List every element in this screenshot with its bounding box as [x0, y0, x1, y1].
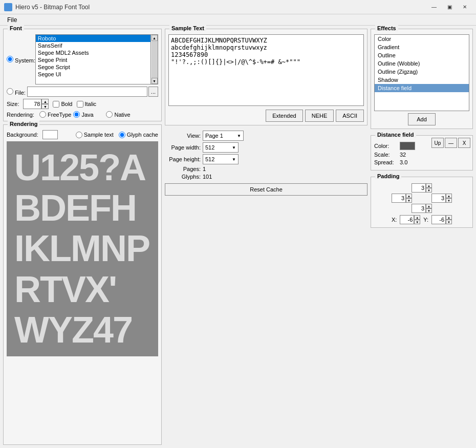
browse-button[interactable]: ... — [148, 87, 158, 97]
page-width-dropdown[interactable]: 512 ▼ — [203, 142, 239, 153]
ascii-button[interactable]: ASCII — [336, 110, 364, 122]
padding-bottom-up[interactable]: ▲ — [426, 204, 432, 208]
nehe-button[interactable]: NEHE — [305, 110, 334, 122]
freetype-radio-label[interactable]: FreeType — [39, 111, 71, 118]
effect-outline-wobble[interactable]: Outline (Wobble) — [375, 59, 469, 68]
font-group: Font System: Roboto SansSerif Segoe MDL2… — [3, 29, 162, 121]
padding-left-up[interactable]: ▲ — [406, 194, 412, 198]
glyph-canvas: ()[]{$@Q|bd/ \fhklgipqyCG; OS36890%&J! U… — [7, 141, 158, 356]
padding-bottom-down[interactable]: ▼ — [426, 208, 432, 213]
padding-top-buttons: ▲ ▼ — [426, 183, 432, 193]
df-close-button[interactable]: X — [458, 138, 470, 148]
y-buttons: ▲ ▼ — [446, 215, 452, 224]
maximize-button[interactable]: ▣ — [442, 2, 457, 12]
font-list[interactable]: Roboto SansSerif Segoe MDL2 Assets Segoe… — [35, 34, 151, 84]
effect-outline[interactable]: Outline — [375, 51, 469, 59]
y-label: Y: — [423, 217, 428, 223]
minimize-button[interactable]: — — [427, 2, 441, 12]
java-radio-label[interactable]: Java — [73, 111, 104, 118]
scroll-down-btn[interactable]: ▼ — [152, 78, 158, 84]
sample-buttons: Extended NEHE ASCII — [168, 110, 364, 122]
font-list-item-segoe-script[interactable]: Segoe Script — [36, 63, 150, 71]
bold-checkbox-label[interactable]: Bold — [53, 101, 72, 108]
font-list-item-segoe-print[interactable]: Segoe Print — [36, 56, 150, 63]
sample-text-title: Sample Text — [169, 25, 206, 31]
page-height-dropdown[interactable]: 512 ▼ — [203, 154, 239, 164]
system-radio[interactable] — [7, 56, 13, 62]
file-radio-label: File: — [7, 88, 27, 96]
df-up-button[interactable]: Up — [431, 138, 444, 148]
italic-checkbox[interactable] — [77, 101, 83, 108]
df-color-swatch[interactable] — [400, 142, 415, 150]
sample-text-radio[interactable] — [76, 132, 82, 138]
font-list-item-segoe-mdl2[interactable]: Segoe MDL2 Assets — [36, 49, 150, 56]
pages-label: Pages: — [165, 166, 201, 172]
view-dropdown[interactable]: Page 1 ▼ — [203, 131, 244, 141]
font-list-item-segoe-ui[interactable]: Segoe UI — [36, 71, 150, 78]
effects-list[interactable]: Color Gradient Outline Outline (Wobble) … — [374, 34, 469, 111]
rendering-label: Rendering: — [7, 112, 37, 118]
padding-title: Padding — [375, 173, 401, 179]
effect-color[interactable]: Color — [375, 35, 469, 43]
padding-top-row: ▲ ▼ — [412, 183, 432, 193]
extended-button[interactable]: Extended — [266, 110, 302, 122]
padding-box: Padding ▲ ▼ — [371, 177, 473, 228]
padding-left-input[interactable] — [392, 194, 406, 203]
padding-left-down[interactable]: ▼ — [406, 198, 412, 203]
df-buttons: Up — X — [431, 138, 470, 148]
df-minimize-button[interactable]: — — [445, 138, 457, 148]
font-list-item-sansserif[interactable]: SansSerif — [36, 42, 150, 49]
rendering-group: Rendering Background: Sample text Glyph … — [3, 124, 162, 445]
page-width-row: Page width: 512 ▼ — [165, 142, 367, 153]
padding-top-input[interactable] — [412, 183, 426, 193]
y-down[interactable]: ▼ — [446, 220, 452, 224]
file-path-input[interactable] — [27, 87, 147, 97]
glyph-cache-radio-label[interactable]: Glyph cache — [119, 132, 158, 138]
freetype-radio[interactable] — [39, 111, 46, 118]
padding-right-input[interactable] — [431, 194, 446, 203]
native-radio-label[interactable]: Native — [106, 111, 137, 118]
add-effect-button[interactable]: Add — [408, 113, 436, 125]
x-down[interactable]: ▼ — [414, 220, 420, 224]
page-height-row: Page height: 512 ▼ — [165, 154, 367, 164]
padding-bottom-input[interactable] — [412, 204, 426, 213]
padding-top-down[interactable]: ▼ — [426, 188, 432, 193]
size-down-btn[interactable]: ▼ — [41, 104, 49, 109]
close-button[interactable]: ✕ — [458, 2, 472, 12]
effect-shadow[interactable]: Shadow — [375, 76, 469, 84]
scroll-up-btn[interactable]: ▲ — [152, 35, 158, 41]
y-up[interactable]: ▲ — [446, 215, 452, 220]
file-menu[interactable]: File — [3, 15, 21, 25]
window-title: Hiero v5 - Bitmap Font Tool — [15, 4, 90, 11]
padding-top-up[interactable]: ▲ — [426, 183, 432, 188]
glyph-cache-radio[interactable] — [119, 132, 125, 138]
titlebar-left: Hiero v5 - Bitmap Font Tool — [4, 3, 90, 11]
x-input[interactable] — [400, 215, 414, 224]
native-radio[interactable] — [106, 111, 113, 118]
java-radio[interactable] — [73, 111, 80, 118]
font-group-title: Font — [8, 25, 24, 31]
background-color-swatch[interactable] — [42, 130, 58, 139]
effect-outline-zigzag[interactable]: Outline (Zigzag) — [375, 68, 469, 76]
y-input[interactable] — [431, 215, 446, 224]
scroll-track[interactable] — [152, 41, 158, 78]
reset-cache-button[interactable]: Reset Cache — [165, 183, 367, 196]
italic-checkbox-label[interactable]: Italic — [77, 101, 97, 108]
x-up[interactable]: ▲ — [414, 215, 420, 220]
size-input[interactable]: 78 — [23, 99, 41, 109]
file-radio[interactable] — [7, 88, 13, 95]
rendering-top-controls: Background: Sample text Glyph cache — [7, 130, 158, 139]
padding-right-down[interactable]: ▼ — [446, 198, 452, 203]
sample-textarea[interactable]: ABCDEFGHIJKLMNOPQRSTUVWXYZ abcdefghijklm… — [168, 34, 364, 106]
font-list-scrollbar[interactable]: ▲ ▼ — [151, 34, 158, 84]
df-scale-label: Scale: — [374, 152, 400, 158]
system-radio-label: System: — [7, 56, 35, 63]
effect-distance-field[interactable]: Distance field — [375, 84, 469, 92]
font-list-item-roboto[interactable]: Roboto — [36, 35, 150, 42]
bold-checkbox[interactable] — [53, 101, 59, 108]
size-up-btn[interactable]: ▲ — [41, 99, 49, 104]
glyphs-label: Glyphs: — [165, 174, 201, 180]
effect-gradient[interactable]: Gradient — [375, 43, 469, 51]
padding-right-up[interactable]: ▲ — [446, 194, 452, 198]
sample-text-radio-label[interactable]: Sample text — [76, 132, 114, 138]
